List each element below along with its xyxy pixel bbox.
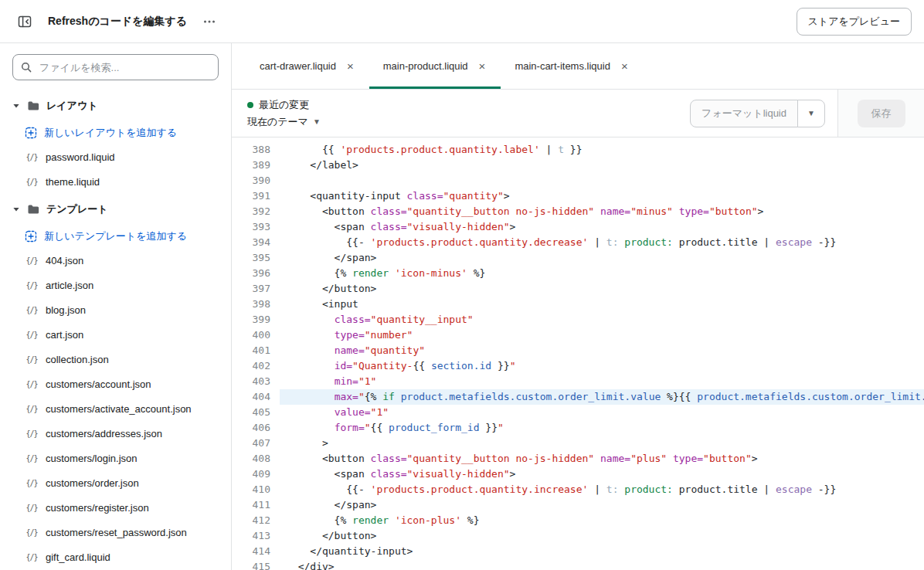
- code-token: "visually-hidden": [407, 468, 510, 480]
- file-item[interactable]: {/}customers/reset_password.json: [0, 521, 231, 545]
- code-file-icon: {/}: [25, 428, 39, 440]
- code-token: [673, 205, 679, 217]
- tab-close-icon[interactable]: ×: [620, 59, 630, 73]
- code-token: |: [540, 144, 558, 155]
- folder-icon: [27, 204, 39, 215]
- file-item[interactable]: {/}customers/order.json: [0, 471, 231, 496]
- code-pane[interactable]: {{ 'products.product.quantity.label' | t…: [280, 137, 924, 570]
- file-item[interactable]: {/}404.json: [0, 249, 231, 273]
- code-token: max=: [335, 391, 358, 402]
- code-token: %}: [461, 514, 479, 526]
- file-name: customers/addresses.json: [46, 428, 162, 440]
- tab-main-product.liquid[interactable]: main-product.liquid×: [369, 43, 501, 89]
- line-number: 413: [232, 528, 270, 544]
- code-line: >: [280, 436, 924, 451]
- code-file-icon: {/}: [25, 255, 39, 267]
- format-liquid-button[interactable]: フォーマットliquid: [690, 100, 798, 127]
- code-token: <quantity-input: [286, 190, 407, 202]
- code-token: class=: [371, 453, 407, 464]
- tab-close-icon[interactable]: ×: [477, 59, 487, 73]
- code-editor[interactable]: 3883893903913923933943953963973983994004…: [232, 137, 924, 570]
- app: Refreshのコードを編集する ストアをプレビュー レイアウト新しいレイアウト…: [0, 0, 924, 570]
- store-preview-button[interactable]: ストアをプレビュー: [797, 8, 912, 36]
- file-name: password.liquid: [46, 151, 115, 164]
- code-token: </label>: [286, 159, 358, 171]
- file-item[interactable]: {/}customers/register.json: [0, 496, 231, 521]
- app-body: レイアウト新しいレイアウトを追加する{/}password.liquid{/}t…: [0, 43, 924, 570]
- search-icon: [20, 61, 32, 73]
- save-button[interactable]: 保存: [858, 100, 905, 127]
- code-token: {{: [413, 360, 430, 372]
- file-item[interactable]: {/}customers/addresses.json: [0, 422, 231, 446]
- code-token: %}: [467, 267, 485, 279]
- code-token: 'products.product.quantity.increase': [371, 483, 589, 495]
- code-token: product_form_id: [389, 422, 479, 433]
- code-line: [280, 173, 924, 188]
- code-file-icon: {/}: [25, 477, 39, 490]
- code-token: 'products.product.quantity.decrease': [371, 236, 589, 248]
- add-file-item[interactable]: 新しいレイアウトを追加する: [0, 120, 231, 145]
- file-item[interactable]: {/}cart.json: [0, 323, 231, 348]
- code-line: </div>: [280, 559, 924, 570]
- code-token: "quantity__input": [371, 314, 474, 325]
- file-item[interactable]: {/}customers/activate_account.json: [0, 397, 231, 422]
- file-item[interactable]: {/}password.liquid: [0, 145, 231, 170]
- tab-main-cart-items.liquid[interactable]: main-cart-items.liquid×: [501, 43, 643, 89]
- file-search: [12, 54, 219, 80]
- code-token: "minus": [630, 205, 673, 217]
- line-number: 389: [232, 158, 270, 173]
- code-token: product.metafields.custom.order_limit.va…: [401, 391, 661, 402]
- file-item[interactable]: {/}blog.json: [0, 298, 231, 323]
- file-item[interactable]: {/}theme.liquid: [0, 170, 231, 195]
- code-token: ": [365, 422, 371, 433]
- line-number: 399: [232, 312, 270, 327]
- file-search-input[interactable]: [12, 54, 219, 80]
- tab-close-icon[interactable]: ×: [345, 59, 355, 73]
- line-number: 403: [232, 374, 270, 389]
- code-token: t: [558, 144, 564, 155]
- line-number: 395: [232, 250, 270, 266]
- editor-panel: cart-drawer.liquid×main-product.liquid×m…: [232, 43, 924, 570]
- line-number: 401: [232, 343, 270, 358]
- code-token: >: [286, 437, 328, 449]
- line-number: 402: [232, 358, 270, 374]
- file-item[interactable]: {/}collection.json: [0, 348, 231, 372]
- code-line: {{- 'products.product.quantity.decrease'…: [280, 235, 924, 250]
- code-token: class=: [371, 468, 407, 480]
- theme-version-label: 現在のテーマ: [247, 115, 308, 129]
- folder-icon: [27, 100, 39, 111]
- code-file-icon: {/}: [25, 280, 39, 292]
- code-file-icon: {/}: [25, 151, 39, 164]
- file-item[interactable]: {/}gift_card.liquid: [0, 545, 231, 570]
- file-item[interactable]: {/}article.json: [0, 273, 231, 298]
- file-name: customers/register.json: [46, 502, 149, 514]
- add-file-label: 新しいレイアウトを追加する: [44, 127, 177, 139]
- file-sidebar: レイアウト新しいレイアウトを追加する{/}password.liquid{/}t…: [0, 43, 232, 570]
- code-token: product:: [624, 483, 673, 495]
- file-item[interactable]: {/}customers/account.json: [0, 372, 231, 397]
- add-file-icon: [25, 127, 37, 139]
- code-token: product:: [624, 236, 673, 248]
- code-token: render: [352, 514, 389, 526]
- folder-section-0[interactable]: レイアウト: [0, 91, 231, 120]
- line-number: 411: [232, 497, 270, 513]
- code-token: [389, 267, 395, 279]
- code-line: <span class="visually-hidden">: [280, 467, 924, 482]
- file-name: customers/activate_account.json: [46, 403, 192, 416]
- code-token: value=: [335, 406, 371, 418]
- format-options-button[interactable]: ▼: [797, 100, 825, 127]
- theme-version-selector[interactable]: 現在のテーマ ▼: [247, 115, 321, 129]
- code-token: class=: [371, 205, 407, 217]
- code-token: <button: [286, 205, 371, 217]
- horizontal-dots-icon: [202, 15, 216, 29]
- code-token: {{: [371, 422, 389, 433]
- collapse-sidebar-button[interactable]: [12, 9, 37, 34]
- tab-cart-drawer.liquid[interactable]: cart-drawer.liquid×: [246, 43, 369, 89]
- file-item[interactable]: {/}customers/login.json: [0, 446, 231, 471]
- more-actions-button[interactable]: [198, 12, 221, 32]
- panel-collapse-icon: [17, 14, 32, 29]
- file-name: customers/login.json: [46, 453, 138, 465]
- code-token: type=: [679, 205, 709, 217]
- folder-section-1[interactable]: テンプレート: [0, 195, 231, 224]
- add-file-item[interactable]: 新しいテンプレートを追加する: [0, 224, 231, 249]
